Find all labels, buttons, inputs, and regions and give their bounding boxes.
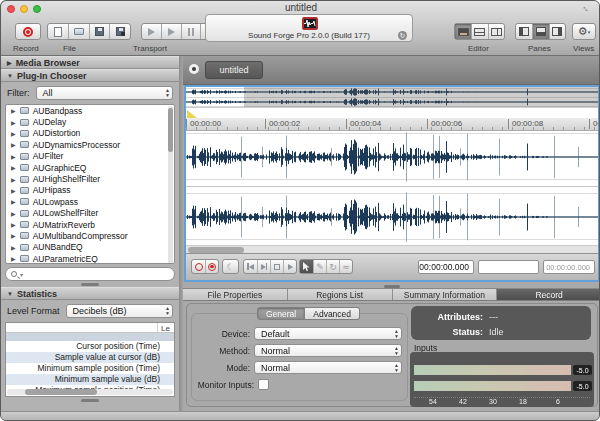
disclosure-right-icon[interactable]: ▶ [11,244,16,251]
zoom-button[interactable] [33,5,41,13]
new-file-button[interactable] [48,24,68,39]
filter-select[interactable]: All ▲▼ [36,86,174,100]
disclosure-right-icon[interactable]: ▶ [11,141,16,148]
document-tab[interactable]: untitled [205,61,263,79]
waveform-canvas[interactable] [186,131,598,245]
editor-mode-split-button[interactable] [471,24,487,39]
loop-playback-button[interactable]: ☾ [223,260,238,273]
pencil-tool-button[interactable]: ✎ [313,260,326,273]
table-row[interactable]: Minimum sample value (dB) [6,374,174,385]
statistics-column-header[interactable]: Le [6,323,174,333]
waveform-overview[interactable] [186,87,598,108]
minimize-button[interactable] [20,5,28,13]
right-pane-button[interactable] [549,24,565,39]
refresh-icon[interactable]: ↻ [398,31,407,40]
waveform-area[interactable] [186,131,598,245]
plugin-chooser-header[interactable]: ▼ Plug-In Chooser [1,69,179,82]
table-row[interactable]: Minimum sample position (Time) [6,363,174,374]
method-select[interactable]: Normal ▲▼ [254,344,402,357]
table-row[interactable]: Sample value at cursor (dB) [6,352,174,363]
record-start-button[interactable] [205,260,218,273]
plugin-list-item[interactable]: ▶AUHipass [6,185,174,196]
disclosure-right-icon[interactable]: ▶ [11,221,16,228]
plugin-list-item[interactable]: ▶AUBandpass [6,105,174,116]
plugin-list-item[interactable]: ▶AUDistortion [6,128,174,139]
disclosure-right-icon[interactable]: ▶ [11,153,16,160]
sidebar-splitter[interactable] [1,397,179,403]
search-options-caret-icon[interactable]: ▾ [20,271,23,278]
editor-mode-single-button[interactable] [455,24,471,39]
disclosure-right-icon[interactable]: ▶ [11,164,16,171]
open-file-button[interactable] [68,24,89,39]
arm-record-button[interactable] [192,260,205,273]
record-indicator-icon[interactable] [189,64,199,74]
tab-summary-information[interactable]: Summary Information [393,289,498,300]
pause-button[interactable] [181,24,201,39]
total-time-display[interactable]: 00:00:00.000 [543,260,595,274]
go-to-start-button[interactable] [244,260,257,273]
left-pane-button[interactable] [516,24,532,39]
cursor-time-display[interactable]: 00:00:00.000 [418,260,474,274]
tab-general[interactable]: General [257,307,305,320]
stop-button[interactable] [270,260,283,273]
disclosure-right-icon[interactable]: ▶ [11,255,16,262]
plugin-list-scrollbar[interactable] [168,106,173,264]
marker-strip[interactable] [186,108,598,118]
mode-select[interactable]: Normal ▲▼ [254,361,402,374]
statistics-h-scrollbar[interactable] [7,389,173,395]
plugin-list-item[interactable]: ▶AUParametricEQ [6,253,174,264]
statistics-header[interactable]: ▼ Statistics [1,287,179,300]
table-row[interactable]: Cursor position (Time) [6,341,174,352]
bottom-pane-button[interactable] [532,24,548,39]
position-marker-icon[interactable] [187,110,197,118]
disclosure-right-icon[interactable]: ▶ [11,232,16,239]
selection-tool-button[interactable] [300,260,313,273]
selection-time-display[interactable] [478,260,539,274]
close-button[interactable] [7,5,15,13]
disclosure-right-icon[interactable]: ▶ [11,210,16,217]
timeline-ruler[interactable]: 00:00:00 00:00:02 00:00:04 00:00:06 00:0… [186,118,598,131]
tab-regions-list[interactable]: Regions List [288,289,393,300]
plugin-list-item[interactable]: ▶AUDynamicsProcessor [6,139,174,150]
device-select[interactable]: Default ▲▼ [254,327,402,340]
media-browser-header[interactable]: ▶ Media Browser [1,56,179,69]
disclosure-right-icon[interactable]: ▶ [11,176,16,183]
disclosure-right-icon[interactable]: ▶ [11,119,16,126]
plugin-list-item[interactable]: ▶AUGraphicEQ [6,162,174,173]
go-to-end-button[interactable] [257,260,270,273]
envelope-tool-button[interactable]: ≈ [339,260,352,273]
editor-mode-pages-button[interactable] [488,24,504,39]
disclosure-right-icon[interactable]: ▶ [11,187,16,194]
views-button[interactable]: ⚙▾ [572,23,596,40]
plugin-list-item[interactable]: ▶AUFilter [6,151,174,162]
plugin-list-item[interactable]: ▶AUMultibandCompressor [6,230,174,241]
app-info-box[interactable]: Sound Forge Pro 2.0.0 (Build 177) ↻ [205,14,413,42]
table-row[interactable]: Maximum sample value (dB) [6,396,174,397]
disclosure-right-icon[interactable]: ▶ [11,107,16,114]
plugin-search-input[interactable]: ▾ [5,267,175,281]
save-button[interactable] [89,24,110,39]
plugin-list-item[interactable]: ▶AULowShelfFilter [6,208,174,219]
level-format-select[interactable]: Decibels (dB) ▲▼ [66,304,173,318]
waveform-h-scrollbar[interactable] [186,245,598,253]
overview-shaded-region[interactable] [244,87,598,107]
tab-file-properties[interactable]: File Properties [183,289,288,300]
plugin-list-item[interactable]: ▶AUDelay [6,116,174,127]
play-all-button[interactable] [142,24,161,39]
plugin-list-item[interactable]: ▶AUHighShelfFilter [6,173,174,184]
tab-record[interactable]: Record [497,289,600,300]
plugin-list-item[interactable]: ▶AUMatrixReverb [6,219,174,230]
scrollbar-thumb[interactable] [25,389,97,395]
disclosure-right-icon[interactable]: ▶ [11,130,16,137]
play-button[interactable] [161,24,181,39]
play-button[interactable] [283,260,296,273]
disclosure-right-icon[interactable]: ▶ [11,198,16,205]
record-button[interactable] [15,23,41,40]
magnify-tool-button[interactable]: ↻ [326,260,339,273]
scrollbar-thumb[interactable] [168,108,173,152]
plugin-list-item[interactable]: ▶AULowpass [6,196,174,207]
tab-advanced[interactable]: Advanced [305,307,360,320]
monitor-inputs-checkbox[interactable] [258,379,269,390]
save-as-button[interactable] [109,24,130,39]
plugin-list-item[interactable]: ▶AUNBandEQ [6,242,174,253]
